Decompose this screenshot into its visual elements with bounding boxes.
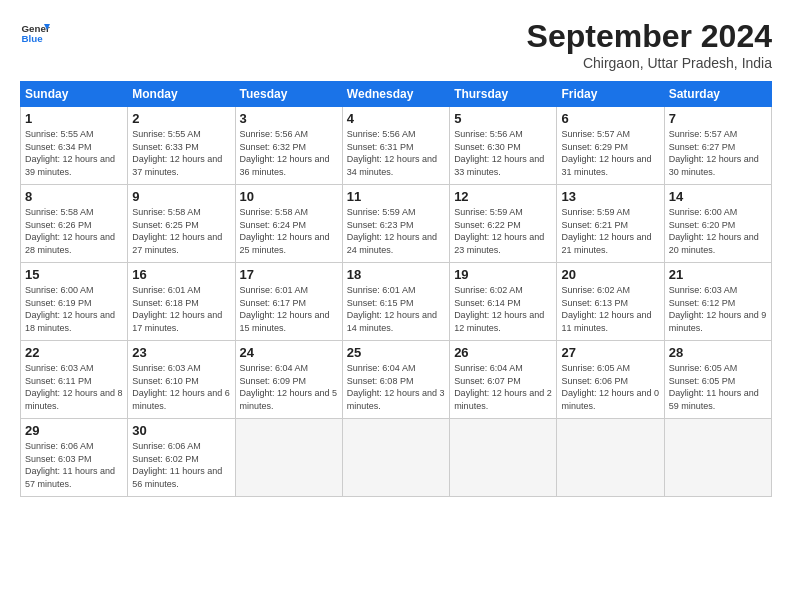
day-info: Sunrise: 6:04 AM Sunset: 6:09 PM Dayligh…	[240, 362, 338, 412]
day-number: 30	[132, 423, 230, 438]
table-row: 1Sunrise: 5:55 AM Sunset: 6:34 PM Daylig…	[21, 107, 772, 185]
calendar-cell	[235, 419, 342, 497]
calendar-cell: 8Sunrise: 5:58 AM Sunset: 6:26 PM Daylig…	[21, 185, 128, 263]
day-info: Sunrise: 6:05 AM Sunset: 6:05 PM Dayligh…	[669, 362, 767, 412]
calendar-cell: 28Sunrise: 6:05 AM Sunset: 6:05 PM Dayli…	[664, 341, 771, 419]
day-info: Sunrise: 6:03 AM Sunset: 6:10 PM Dayligh…	[132, 362, 230, 412]
day-info: Sunrise: 6:01 AM Sunset: 6:18 PM Dayligh…	[132, 284, 230, 334]
month-title: September 2024	[527, 18, 772, 55]
weekday-header: Friday	[557, 82, 664, 107]
weekday-header: Sunday	[21, 82, 128, 107]
day-number: 21	[669, 267, 767, 282]
day-number: 9	[132, 189, 230, 204]
calendar-cell	[664, 419, 771, 497]
table-row: 29Sunrise: 6:06 AM Sunset: 6:03 PM Dayli…	[21, 419, 772, 497]
day-number: 7	[669, 111, 767, 126]
day-number: 26	[454, 345, 552, 360]
day-number: 10	[240, 189, 338, 204]
day-number: 2	[132, 111, 230, 126]
calendar-cell: 24Sunrise: 6:04 AM Sunset: 6:09 PM Dayli…	[235, 341, 342, 419]
calendar-header-row: SundayMondayTuesdayWednesdayThursdayFrid…	[21, 82, 772, 107]
day-info: Sunrise: 5:59 AM Sunset: 6:23 PM Dayligh…	[347, 206, 445, 256]
day-info: Sunrise: 6:02 AM Sunset: 6:14 PM Dayligh…	[454, 284, 552, 334]
calendar-cell: 20Sunrise: 6:02 AM Sunset: 6:13 PM Dayli…	[557, 263, 664, 341]
day-number: 12	[454, 189, 552, 204]
calendar-cell: 13Sunrise: 5:59 AM Sunset: 6:21 PM Dayli…	[557, 185, 664, 263]
logo: General Blue	[20, 18, 50, 48]
calendar-cell: 19Sunrise: 6:02 AM Sunset: 6:14 PM Dayli…	[450, 263, 557, 341]
calendar-cell: 3Sunrise: 5:56 AM Sunset: 6:32 PM Daylig…	[235, 107, 342, 185]
day-number: 17	[240, 267, 338, 282]
calendar-cell	[450, 419, 557, 497]
day-number: 14	[669, 189, 767, 204]
calendar-cell: 29Sunrise: 6:06 AM Sunset: 6:03 PM Dayli…	[21, 419, 128, 497]
day-number: 27	[561, 345, 659, 360]
day-number: 29	[25, 423, 123, 438]
day-info: Sunrise: 5:56 AM Sunset: 6:31 PM Dayligh…	[347, 128, 445, 178]
calendar-cell: 4Sunrise: 5:56 AM Sunset: 6:31 PM Daylig…	[342, 107, 449, 185]
calendar-cell: 25Sunrise: 6:04 AM Sunset: 6:08 PM Dayli…	[342, 341, 449, 419]
day-number: 18	[347, 267, 445, 282]
day-number: 28	[669, 345, 767, 360]
day-info: Sunrise: 5:57 AM Sunset: 6:27 PM Dayligh…	[669, 128, 767, 178]
calendar-cell: 26Sunrise: 6:04 AM Sunset: 6:07 PM Dayli…	[450, 341, 557, 419]
calendar-cell: 30Sunrise: 6:06 AM Sunset: 6:02 PM Dayli…	[128, 419, 235, 497]
day-info: Sunrise: 6:04 AM Sunset: 6:07 PM Dayligh…	[454, 362, 552, 412]
calendar-cell	[557, 419, 664, 497]
calendar-cell: 1Sunrise: 5:55 AM Sunset: 6:34 PM Daylig…	[21, 107, 128, 185]
location: Chirgaon, Uttar Pradesh, India	[527, 55, 772, 71]
calendar-page: General Blue September 2024 Chirgaon, Ut…	[0, 0, 792, 507]
day-number: 3	[240, 111, 338, 126]
day-info: Sunrise: 6:04 AM Sunset: 6:08 PM Dayligh…	[347, 362, 445, 412]
day-number: 20	[561, 267, 659, 282]
day-number: 15	[25, 267, 123, 282]
day-info: Sunrise: 5:56 AM Sunset: 6:30 PM Dayligh…	[454, 128, 552, 178]
day-number: 19	[454, 267, 552, 282]
day-info: Sunrise: 6:03 AM Sunset: 6:11 PM Dayligh…	[25, 362, 123, 412]
day-info: Sunrise: 5:56 AM Sunset: 6:32 PM Dayligh…	[240, 128, 338, 178]
day-number: 1	[25, 111, 123, 126]
day-number: 4	[347, 111, 445, 126]
day-info: Sunrise: 6:02 AM Sunset: 6:13 PM Dayligh…	[561, 284, 659, 334]
day-info: Sunrise: 5:59 AM Sunset: 6:21 PM Dayligh…	[561, 206, 659, 256]
day-info: Sunrise: 5:58 AM Sunset: 6:25 PM Dayligh…	[132, 206, 230, 256]
calendar-cell: 9Sunrise: 5:58 AM Sunset: 6:25 PM Daylig…	[128, 185, 235, 263]
day-info: Sunrise: 5:55 AM Sunset: 6:33 PM Dayligh…	[132, 128, 230, 178]
day-info: Sunrise: 6:01 AM Sunset: 6:17 PM Dayligh…	[240, 284, 338, 334]
calendar-cell: 18Sunrise: 6:01 AM Sunset: 6:15 PM Dayli…	[342, 263, 449, 341]
weekday-header: Thursday	[450, 82, 557, 107]
title-block: September 2024 Chirgaon, Uttar Pradesh, …	[527, 18, 772, 71]
day-number: 24	[240, 345, 338, 360]
calendar-table: SundayMondayTuesdayWednesdayThursdayFrid…	[20, 81, 772, 497]
calendar-cell	[342, 419, 449, 497]
day-number: 5	[454, 111, 552, 126]
day-number: 6	[561, 111, 659, 126]
day-number: 13	[561, 189, 659, 204]
weekday-header: Wednesday	[342, 82, 449, 107]
day-number: 11	[347, 189, 445, 204]
table-row: 15Sunrise: 6:00 AM Sunset: 6:19 PM Dayli…	[21, 263, 772, 341]
day-info: Sunrise: 6:06 AM Sunset: 6:02 PM Dayligh…	[132, 440, 230, 490]
day-info: Sunrise: 6:00 AM Sunset: 6:19 PM Dayligh…	[25, 284, 123, 334]
calendar-cell: 14Sunrise: 6:00 AM Sunset: 6:20 PM Dayli…	[664, 185, 771, 263]
weekday-header: Monday	[128, 82, 235, 107]
day-info: Sunrise: 6:06 AM Sunset: 6:03 PM Dayligh…	[25, 440, 123, 490]
calendar-cell: 17Sunrise: 6:01 AM Sunset: 6:17 PM Dayli…	[235, 263, 342, 341]
day-info: Sunrise: 6:03 AM Sunset: 6:12 PM Dayligh…	[669, 284, 767, 334]
calendar-cell: 23Sunrise: 6:03 AM Sunset: 6:10 PM Dayli…	[128, 341, 235, 419]
logo-icon: General Blue	[20, 18, 50, 48]
table-row: 8Sunrise: 5:58 AM Sunset: 6:26 PM Daylig…	[21, 185, 772, 263]
calendar-cell: 10Sunrise: 5:58 AM Sunset: 6:24 PM Dayli…	[235, 185, 342, 263]
calendar-cell: 21Sunrise: 6:03 AM Sunset: 6:12 PM Dayli…	[664, 263, 771, 341]
day-info: Sunrise: 5:58 AM Sunset: 6:26 PM Dayligh…	[25, 206, 123, 256]
svg-text:Blue: Blue	[22, 33, 44, 44]
calendar-cell: 22Sunrise: 6:03 AM Sunset: 6:11 PM Dayli…	[21, 341, 128, 419]
calendar-cell: 5Sunrise: 5:56 AM Sunset: 6:30 PM Daylig…	[450, 107, 557, 185]
day-info: Sunrise: 5:57 AM Sunset: 6:29 PM Dayligh…	[561, 128, 659, 178]
day-info: Sunrise: 5:58 AM Sunset: 6:24 PM Dayligh…	[240, 206, 338, 256]
day-number: 25	[347, 345, 445, 360]
table-row: 22Sunrise: 6:03 AM Sunset: 6:11 PM Dayli…	[21, 341, 772, 419]
calendar-cell: 12Sunrise: 5:59 AM Sunset: 6:22 PM Dayli…	[450, 185, 557, 263]
day-info: Sunrise: 5:55 AM Sunset: 6:34 PM Dayligh…	[25, 128, 123, 178]
calendar-cell: 15Sunrise: 6:00 AM Sunset: 6:19 PM Dayli…	[21, 263, 128, 341]
